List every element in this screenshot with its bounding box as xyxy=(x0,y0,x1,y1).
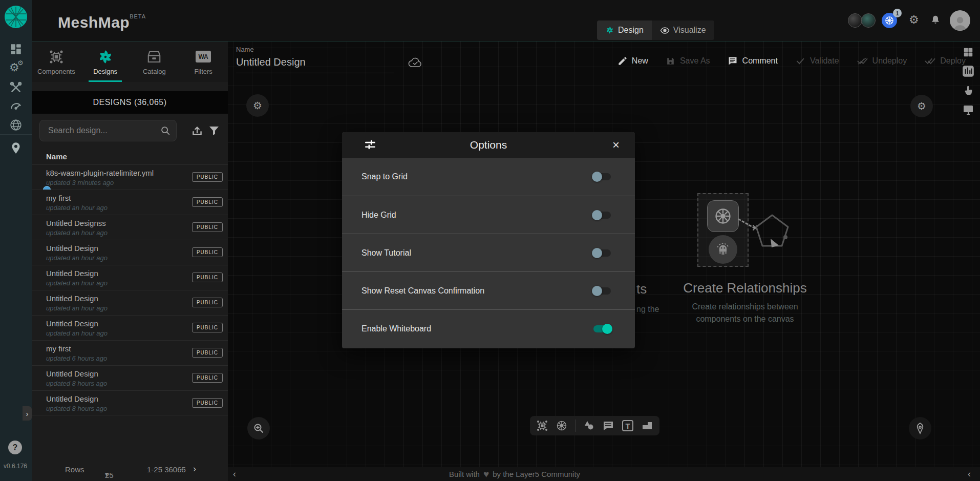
footer-right-chevron[interactable]: ‹ xyxy=(968,467,971,481)
display-monitor-icon[interactable] xyxy=(962,103,974,116)
app-version: v0.6.176 xyxy=(0,463,31,470)
filter-funnel-icon[interactable] xyxy=(208,124,221,138)
option-row-hide-grid: Hide Grid xyxy=(342,196,635,234)
comment-tool-icon[interactable] xyxy=(602,420,614,432)
design-name-field: Name xyxy=(236,46,394,73)
search-icon[interactable] xyxy=(160,125,171,136)
design-row[interactable]: Untitled Design updated 8 hours ago PUBL… xyxy=(32,365,228,390)
media-tool-icon[interactable] xyxy=(641,420,653,432)
squid-mascot-icon xyxy=(709,235,737,264)
dashboard-icon[interactable] xyxy=(9,43,23,56)
visibility-badge: PUBLIC xyxy=(192,247,223,257)
eye-icon xyxy=(660,26,670,35)
canvas-gear-button[interactable]: ⚙ xyxy=(910,95,933,117)
visibility-badge: PUBLIC xyxy=(192,172,223,182)
design-row[interactable]: Untitled Design updated 8 hours ago PUBL… xyxy=(32,390,228,415)
visibility-badge: PUBLIC xyxy=(192,373,223,383)
tab-designs[interactable]: Designs xyxy=(81,41,130,82)
reset-canvas-confirmation-toggle[interactable] xyxy=(592,285,612,297)
tab-design[interactable]: Design xyxy=(597,20,652,40)
performance-gauge-icon[interactable] xyxy=(9,99,23,113)
mode-switch: Design Visualize xyxy=(597,20,714,40)
collaborator-presence-dot xyxy=(43,186,51,190)
tools-divider xyxy=(575,420,576,432)
lifecycle-gears-icon[interactable]: ⚙ ⚙ xyxy=(9,62,23,75)
design-row[interactable]: Untitled Design updated an hour ago PUBL… xyxy=(32,315,228,340)
save-icon xyxy=(666,56,675,66)
option-row-reset-canvas-confirmation: Show Reset Canvas Confirmation xyxy=(342,271,635,309)
wasm-filters-icon: WA xyxy=(195,49,211,65)
rail-expand-chevron[interactable]: › xyxy=(23,406,32,421)
pencil-icon xyxy=(617,56,627,66)
design-row[interactable]: Untitled Design updated an hour ago PUBL… xyxy=(32,240,228,265)
tab-filters[interactable]: WA Filters xyxy=(179,41,228,82)
help-button[interactable]: ? xyxy=(8,441,22,454)
import-design-icon[interactable] xyxy=(190,124,204,138)
design-row[interactable]: Untitled Designss updated an hour ago PU… xyxy=(32,215,228,240)
canvas-settings-button[interactable]: ⚙ xyxy=(246,94,269,117)
tab-components[interactable]: Components xyxy=(32,41,81,82)
footer-bar: ‹ Built with ♥ by the Layer5 Community ‹ xyxy=(228,467,980,481)
comment-icon xyxy=(728,56,738,66)
meshmap-pin-icon[interactable] xyxy=(9,141,23,155)
option-row-show-tutorial: Show Tutorial xyxy=(342,234,635,271)
comment-button[interactable]: Comment xyxy=(728,56,778,66)
hide-grid-toggle[interactable] xyxy=(592,209,612,221)
designs-panel: Components Designs Catalog WA Fil xyxy=(32,41,228,481)
add-component-icon[interactable] xyxy=(536,420,548,432)
tab-catalog[interactable]: Catalog xyxy=(130,41,179,82)
zoom-in-button[interactable] xyxy=(247,417,270,440)
show-tutorial-toggle[interactable] xyxy=(592,247,612,259)
design-row[interactable]: my first updated an hour ago PUBLIC xyxy=(32,190,228,215)
kubernetes-tool-icon[interactable] xyxy=(556,420,568,432)
settings-gear-icon[interactable]: ⚙ xyxy=(909,14,919,26)
layer5-logo[interactable] xyxy=(4,5,28,29)
search-input[interactable] xyxy=(47,126,160,136)
touch-interaction-icon[interactable] xyxy=(962,85,974,97)
visibility-badge: PUBLIC xyxy=(192,222,223,232)
design-row[interactable]: Untitled Design updated an hour ago PUBL… xyxy=(32,265,228,290)
page-range: 1-25 36065 xyxy=(147,465,186,474)
mesh-sphere-icon[interactable] xyxy=(9,118,23,132)
whiteboard-pen-button[interactable] xyxy=(909,417,931,440)
snap-to-grid-toggle[interactable] xyxy=(592,171,612,183)
chart-panel-icon[interactable] xyxy=(962,65,975,78)
rail-divider xyxy=(0,134,32,135)
beta-badge: BETA xyxy=(130,13,146,19)
enable-whiteboard-toggle[interactable] xyxy=(592,323,612,335)
visibility-badge: PUBLIC xyxy=(192,298,223,307)
save-as-button[interactable]: Save As xyxy=(666,56,710,66)
next-page-chevron[interactable]: › xyxy=(193,464,196,474)
tab-visualize[interactable]: Visualize xyxy=(652,20,714,40)
design-row[interactable]: my first updated 6 hours ago PUBLIC xyxy=(32,340,228,365)
shapes-tool-icon[interactable] xyxy=(583,420,595,432)
occluded-onboarding-title-fragment: ts xyxy=(636,281,647,297)
designs-spiral-icon xyxy=(97,49,114,65)
occluded-onboarding-desc-fragment: ng the xyxy=(636,305,659,314)
text-tool-icon[interactable]: T xyxy=(622,420,634,432)
name-column-header: Name xyxy=(46,152,67,161)
panel-tabs: Components Designs Catalog WA Fil xyxy=(32,41,228,82)
undeploy-button[interactable]: Undeploy xyxy=(857,56,907,66)
design-spiral-icon xyxy=(605,26,614,35)
design-search xyxy=(39,120,177,141)
validate-button[interactable]: Validate xyxy=(795,56,839,66)
grid-view-icon[interactable] xyxy=(963,47,974,58)
design-row[interactable]: Untitled Design updated an hour ago PUBL… xyxy=(32,290,228,315)
collaborator-avatar-1[interactable] xyxy=(848,13,862,28)
profile-avatar[interactable] xyxy=(950,10,970,31)
prev-page-chevron[interactable]: ‹ xyxy=(181,464,184,474)
visibility-badge: PUBLIC xyxy=(192,398,223,408)
configuration-tools-icon[interactable] xyxy=(9,81,23,94)
double-check-icon xyxy=(924,56,935,66)
collaborator-avatar-2[interactable] xyxy=(861,13,876,28)
modal-title: Options xyxy=(342,139,635,151)
design-name-input[interactable] xyxy=(236,56,394,73)
visibility-badge: PUBLIC xyxy=(192,273,223,282)
notifications-bell-icon[interactable] xyxy=(930,14,941,26)
new-button[interactable]: New xyxy=(617,56,648,66)
onboarding-description: Create relationships between components … xyxy=(668,301,822,325)
designs-count-header: DESIGNS (36,065) xyxy=(32,91,228,114)
close-icon[interactable]: × xyxy=(612,139,620,151)
design-row[interactable]: k8s-wasm-plugin-ratelimiter.yml updated … xyxy=(32,164,228,190)
